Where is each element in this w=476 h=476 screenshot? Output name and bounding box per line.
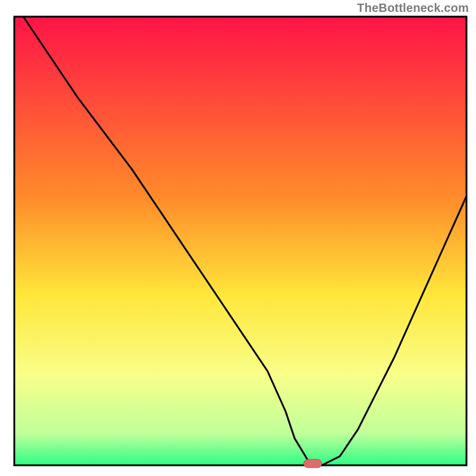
gradient-background (14, 17, 466, 465)
minimum-marker (303, 459, 321, 468)
bottleneck-chart (0, 0, 476, 476)
plot-area (14, 17, 466, 468)
attribution-text: TheBottleneck.com (357, 1, 469, 15)
